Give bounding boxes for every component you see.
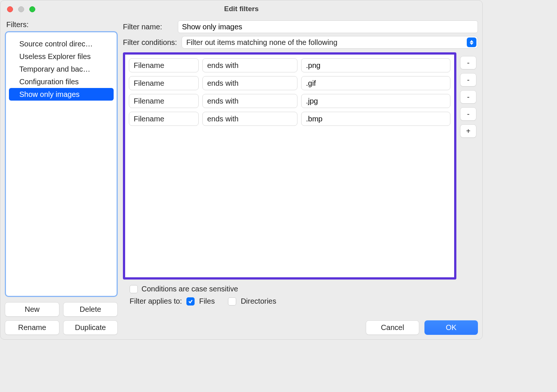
applies-to-directories-checkbox[interactable] (228, 297, 236, 306)
add-condition-button[interactable]: + (460, 124, 476, 138)
filter-list-item[interactable]: Temporary and bac… (6, 63, 117, 75)
remove-condition-button[interactable]: - (460, 73, 476, 86)
filter-list-item[interactable]: Source control direc… (6, 37, 117, 50)
condition-field-select[interactable]: Filename (129, 94, 199, 108)
condition-operator-select[interactable]: ends with (202, 58, 297, 72)
applies-to-row: Filter applies to: Files Directories (130, 297, 478, 306)
condition-operator-value: ends with (207, 97, 239, 105)
condition-row: Filenameends with (129, 76, 450, 90)
filter-conditions-row: Filter conditions: Filter out items matc… (123, 36, 478, 49)
filters-label: Filters: (6, 20, 118, 29)
dialog-buttons: Cancel OK (123, 320, 478, 335)
remove-condition-button[interactable]: - (460, 107, 476, 121)
applies-to-files-checkbox[interactable] (186, 297, 195, 306)
sidebar-buttons: New Delete Rename Duplicate (5, 302, 118, 335)
window-zoom-button[interactable] (29, 6, 35, 12)
filter-list-item[interactable]: Show only images (9, 88, 114, 101)
applies-to-label: Filter applies to: (130, 297, 182, 306)
case-sensitive-row: Conditions are case sensitive (130, 285, 478, 293)
chevron-up-down-icon (164, 79, 172, 88)
condition-value-input[interactable] (301, 76, 450, 90)
case-sensitive-label: Conditions are case sensitive (141, 285, 238, 293)
condition-row: Filenameends with (129, 58, 450, 72)
titlebar: Edit filters (0, 0, 482, 17)
filter-list-item[interactable]: Configuration files (6, 75, 117, 88)
new-filter-button[interactable]: New (5, 302, 59, 317)
condition-field-select[interactable]: Filename (129, 112, 199, 126)
chevron-up-down-icon (239, 61, 246, 70)
conditions-box: Filenameends withFilenameends withFilena… (123, 52, 456, 280)
filter-conditions-mode-value: Filter out items matching none of the fo… (186, 38, 338, 47)
condition-field-value: Filename (134, 115, 164, 123)
chevron-up-down-icon (239, 97, 246, 105)
filter-list-item[interactable]: Useless Explorer files (6, 50, 117, 63)
condition-operator-select[interactable]: ends with (202, 112, 297, 126)
rename-filter-button[interactable]: Rename (5, 320, 59, 335)
condition-value-input[interactable] (301, 112, 450, 126)
filters-list[interactable]: Source control direc…Useless Explorer fi… (5, 31, 118, 297)
condition-field-select[interactable]: Filename (129, 58, 199, 72)
delete-filter-button[interactable]: Delete (63, 302, 118, 317)
condition-row: Filenameends with (129, 112, 450, 126)
condition-field-select[interactable]: Filename (129, 76, 199, 90)
cancel-button[interactable]: Cancel (366, 320, 419, 335)
condition-operator-value: ends with (207, 61, 239, 70)
condition-field-value: Filename (134, 61, 164, 70)
chevron-up-down-icon (164, 61, 172, 70)
filter-name-row: Filter name: (123, 20, 478, 33)
condition-value-input[interactable] (301, 58, 450, 72)
case-sensitive-checkbox[interactable] (130, 285, 138, 293)
condition-field-value: Filename (134, 97, 164, 105)
filter-conditions-mode-select[interactable]: Filter out items matching none of the fo… (182, 36, 478, 49)
bottom-options: Conditions are case sensitive Filter app… (130, 285, 478, 306)
chevron-up-down-icon (164, 115, 172, 123)
ok-button[interactable]: OK (424, 320, 478, 335)
conditions-area: Filenameends withFilenameends withFilena… (123, 52, 478, 280)
filters-sidebar: Filters: Source control direc…Useless Ex… (5, 17, 118, 335)
dialog-content: Filters: Source control direc…Useless Ex… (0, 17, 482, 339)
filter-editor: Filter name: Filter conditions: Filter o… (123, 17, 478, 335)
applies-to-directories-label: Directories (241, 297, 276, 306)
duplicate-filter-button[interactable]: Duplicate (63, 320, 118, 335)
chevron-up-down-icon (164, 97, 172, 105)
condition-side-buttons: ----+ (460, 52, 478, 280)
filter-conditions-label: Filter conditions: (123, 38, 177, 47)
remove-condition-button[interactable]: - (460, 90, 476, 104)
window-minimize-button[interactable] (18, 6, 24, 12)
window-title: Edit filters (0, 5, 482, 13)
applies-to-files-label: Files (199, 297, 215, 306)
chevron-up-down-icon (467, 37, 476, 47)
edit-filters-window: Edit filters Filters: Source control dir… (0, 0, 483, 340)
condition-field-value: Filename (134, 79, 164, 88)
window-close-button[interactable] (7, 6, 13, 12)
condition-operator-select[interactable]: ends with (202, 76, 297, 90)
filter-name-input[interactable] (178, 20, 478, 33)
condition-operator-select[interactable]: ends with (202, 94, 297, 108)
chevron-up-down-icon (239, 115, 246, 123)
traffic-lights (7, 6, 35, 12)
chevron-up-down-icon (239, 79, 246, 88)
filter-name-label: Filter name: (123, 23, 173, 31)
remove-condition-button[interactable]: - (460, 56, 476, 69)
condition-row: Filenameends with (129, 94, 450, 108)
condition-value-input[interactable] (301, 94, 450, 108)
condition-operator-value: ends with (207, 79, 239, 88)
upper-area: Filters: Source control direc…Useless Ex… (5, 17, 478, 335)
condition-operator-value: ends with (207, 115, 239, 123)
